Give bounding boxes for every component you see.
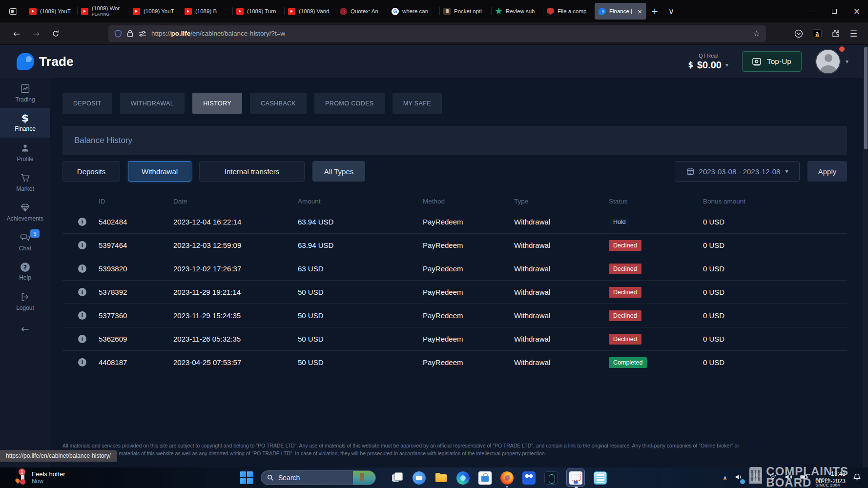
clock-date: 08-12-2023 — [816, 478, 846, 485]
volume-notify-icon[interactable] — [735, 473, 743, 483]
edge-browser-icon[interactable] — [456, 471, 470, 485]
language-indicator[interactable]: ENG IN — [750, 472, 762, 483]
avatar[interactable] — [815, 49, 841, 74]
browser-tab-11[interactable]: File a comp — [543, 3, 595, 20]
tab-withdrawal[interactable]: WITHDRAWAL — [120, 93, 185, 114]
help-question-icon: ? — [21, 263, 30, 272]
sidebar-item-market[interactable]: Market — [0, 167, 50, 197]
sidebar-item-chat[interactable]: 9 Chat — [0, 227, 50, 257]
microsoft-store-icon[interactable] — [478, 471, 492, 485]
top-up-button[interactable]: Top-Up — [742, 51, 802, 72]
cell-id: 5402484 — [99, 218, 173, 226]
sidebar-label: Finance — [15, 125, 36, 132]
sidebar-item-finance[interactable]: $ Finance — [0, 108, 50, 138]
info-icon[interactable]: i — [78, 288, 86, 296]
browser-tab-3[interactable]: (1089) YouT — [129, 3, 181, 20]
sidebar-item-profile[interactable]: Profile — [0, 138, 50, 167]
col-date: Date — [173, 198, 298, 205]
filter-withdrawal[interactable]: Withdrawal — [128, 161, 191, 182]
info-icon[interactable]: i — [78, 264, 86, 273]
account-balance-selector[interactable]: QT Real ▲ $ ▼ $0.00 ▾ — [688, 53, 728, 71]
filter-deposits[interactable]: Deposits — [62, 161, 120, 182]
info-icon[interactable]: i — [78, 335, 86, 343]
copilot-stack-icon[interactable] — [391, 471, 404, 485]
info-icon[interactable]: i — [78, 358, 86, 366]
window-maximize-button[interactable] — [823, 0, 846, 22]
tray-expand-icon[interactable]: ∧ — [723, 474, 727, 482]
chat-app-icon[interactable] — [413, 471, 426, 485]
tab-cashback[interactable]: CASHBACK — [250, 93, 307, 114]
browser-tab-8[interactable]: where can — [388, 3, 439, 20]
window-minimize-button[interactable]: — — [801, 0, 823, 22]
achievements-gem-icon — [20, 203, 30, 213]
tab-deposit[interactable]: DEPOSIT — [62, 93, 112, 114]
sidebar-item-help[interactable]: ? Help — [0, 257, 50, 286]
notepad-icon[interactable] — [594, 471, 607, 485]
user-menu[interactable]: ▾ — [815, 49, 848, 74]
balance-dollar-icon: ▲ $ ▼ — [688, 61, 693, 69]
tab-my-safe[interactable]: MY SAFE — [393, 93, 442, 114]
mouse-utility-icon[interactable] — [544, 471, 558, 485]
filter-internal-transfers[interactable]: Internal transfers — [199, 161, 305, 182]
sidebar-item-achievements[interactable]: Achievements — [0, 197, 50, 227]
taskbar-search[interactable]: Search — [261, 470, 376, 485]
quotex-icon — [340, 8, 347, 15]
tab-close-icon[interactable]: × — [637, 8, 642, 15]
cell-amount: 63.94 USD — [298, 241, 423, 249]
info-icon[interactable]: i — [78, 311, 86, 320]
snipping-tool-active[interactable] — [566, 468, 585, 487]
window-close-button[interactable]: × — [846, 0, 868, 22]
info-icon[interactable]: i — [78, 218, 86, 226]
trustpilot-star-icon — [495, 8, 502, 15]
wifi-icon[interactable] — [769, 473, 777, 483]
tab-promo-codes[interactable]: PROMO CODES — [314, 93, 385, 114]
browser-tab-4[interactable]: (1089) B — [181, 3, 232, 20]
tab-history[interactable]: HISTORY — [192, 93, 242, 114]
permissions-sliders-icon[interactable] — [138, 30, 146, 37]
cell-method: PayRedeem — [423, 264, 514, 273]
firefox-view-button[interactable] — [6, 4, 21, 19]
apply-button[interactable]: Apply — [807, 161, 847, 182]
browser-tab-5[interactable]: (1089) Turn — [232, 3, 284, 20]
browser-tab-finance-active[interactable]: Finance | × — [595, 3, 646, 20]
file-explorer-icon[interactable] — [434, 471, 448, 485]
battery-icon[interactable] — [800, 473, 808, 483]
pocket-icon[interactable] — [794, 29, 803, 38]
page-scrollbar[interactable] — [863, 45, 868, 468]
address-bar[interactable]: https://po.life/en/cabinet/balance-histo… — [108, 25, 766, 42]
taskbar-clock[interactable]: 13:43 08-12-2023 — [816, 470, 846, 485]
amazon-extension-icon[interactable]: a — [813, 29, 822, 38]
sidebar-collapse-arrow[interactable]: ← — [0, 316, 50, 342]
scrollbar-thumb[interactable] — [864, 47, 868, 149]
sidebar-item-trading[interactable]: Trading — [0, 78, 50, 108]
table-row: i 5362609 2023-11-26 05:32:35 50 USD Pay… — [62, 327, 847, 351]
firefox-icon[interactable] — [500, 471, 514, 485]
info-icon[interactable]: i — [78, 241, 86, 249]
dropbox-icon[interactable] — [522, 471, 536, 485]
browser-tab-9[interactable]: Pocket opti — [439, 3, 491, 20]
windows-start-button[interactable] — [240, 471, 253, 484]
browser-tab-10[interactable]: Review sub — [491, 3, 543, 20]
menu-icon[interactable]: ☰ — [850, 29, 857, 39]
speaker-icon[interactable] — [785, 473, 793, 483]
url-text[interactable]: https://po.life/en/cabinet/balance-histo… — [151, 30, 285, 37]
taskbar-weather-widget[interactable]: 1 Feels hotter Now — [17, 470, 65, 485]
bookmark-star-icon[interactable]: ☆ — [753, 29, 760, 38]
filters-row: Deposits Withdrawal Internal transfers A… — [62, 161, 847, 182]
brand[interactable]: Trade — [17, 53, 74, 70]
browser-tab-7[interactable]: Quotex: An — [336, 3, 388, 20]
tab-list-dropdown[interactable]: ∨ — [663, 3, 680, 20]
table-row: i 5378392 2023-11-29 19:21:14 50 USD Pay… — [62, 281, 847, 304]
new-tab-button[interactable]: + — [646, 3, 663, 20]
sidebar-item-logout[interactable]: Logout — [0, 286, 50, 316]
browser-tab-6[interactable]: (1089) Vand — [284, 3, 336, 20]
filter-all-types[interactable]: All Types — [312, 161, 365, 182]
browser-tab-1[interactable]: (1089) YouT — [25, 3, 77, 20]
forward-button[interactable]: → — [26, 25, 46, 42]
reload-button[interactable] — [46, 25, 65, 42]
notifications-bell-icon[interactable] — [853, 473, 861, 483]
extensions-puzzle-icon[interactable] — [831, 29, 840, 38]
back-button[interactable]: ← — [7, 25, 26, 42]
browser-tab-2[interactable]: (1089) Wor PLAYING — [77, 3, 129, 20]
date-range-picker[interactable]: 2023-03-08 - 2023-12-08 ▾ — [675, 161, 800, 182]
